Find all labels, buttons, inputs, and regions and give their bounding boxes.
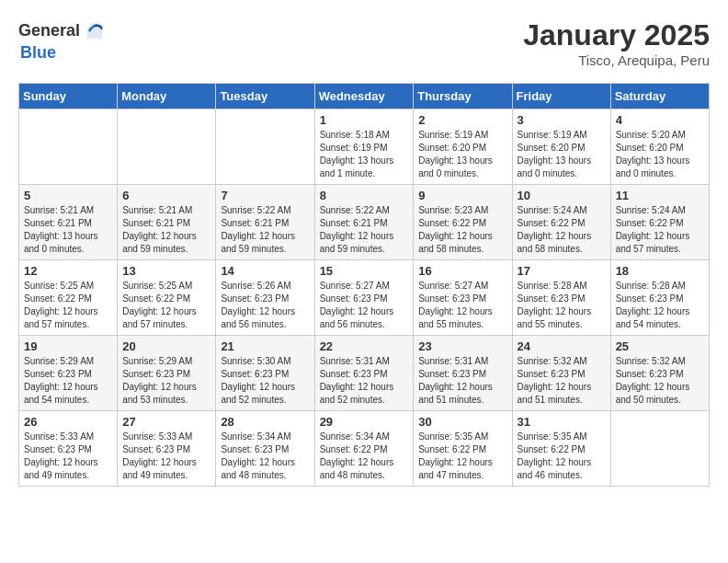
weekday-header: Tuesday xyxy=(216,84,314,109)
calendar-cell: 1Sunrise: 5:18 AM Sunset: 6:19 PM Daylig… xyxy=(314,109,414,185)
calendar-cell: 6Sunrise: 5:21 AM Sunset: 6:21 PM Daylig… xyxy=(118,185,216,260)
calendar-cell: 13Sunrise: 5:25 AM Sunset: 6:22 PM Dayli… xyxy=(118,260,216,336)
day-info: Sunrise: 5:24 AM Sunset: 6:22 PM Dayligh… xyxy=(616,204,704,256)
day-info: Sunrise: 5:23 AM Sunset: 6:22 PM Dayligh… xyxy=(418,204,506,256)
calendar-cell: 22Sunrise: 5:31 AM Sunset: 6:23 PM Dayli… xyxy=(314,336,414,411)
day-info: Sunrise: 5:33 AM Sunset: 6:23 PM Dayligh… xyxy=(122,431,210,482)
logo-icon xyxy=(82,18,108,44)
day-info: Sunrise: 5:34 AM Sunset: 6:22 PM Dayligh… xyxy=(320,431,409,482)
logo: General Blue xyxy=(18,18,108,63)
calendar-cell: 5Sunrise: 5:21 AM Sunset: 6:21 PM Daylig… xyxy=(19,185,118,260)
title-block: January 2025 Tisco, Arequipa, Peru xyxy=(523,18,710,68)
calendar-table: SundayMondayTuesdayWednesdayThursdayFrid… xyxy=(18,83,710,487)
day-info: Sunrise: 5:30 AM Sunset: 6:23 PM Dayligh… xyxy=(221,355,309,407)
day-number: 21 xyxy=(221,339,309,353)
day-number: 18 xyxy=(616,264,704,278)
day-number: 30 xyxy=(418,415,506,429)
calendar-cell: 25Sunrise: 5:32 AM Sunset: 6:23 PM Dayli… xyxy=(610,336,709,411)
day-number: 7 xyxy=(221,189,309,202)
calendar-cell: 2Sunrise: 5:19 AM Sunset: 6:20 PM Daylig… xyxy=(414,109,512,185)
day-number: 27 xyxy=(122,415,210,429)
calendar-cell xyxy=(610,411,709,487)
day-info: Sunrise: 5:28 AM Sunset: 6:23 PM Dayligh… xyxy=(616,280,704,331)
calendar-cell: 4Sunrise: 5:20 AM Sunset: 6:20 PM Daylig… xyxy=(610,109,709,185)
calendar-cell: 18Sunrise: 5:28 AM Sunset: 6:23 PM Dayli… xyxy=(610,260,709,336)
day-number: 12 xyxy=(24,264,112,278)
logo-text-general: General xyxy=(18,22,80,40)
weekday-header: Saturday xyxy=(610,84,709,109)
day-info: Sunrise: 5:18 AM Sunset: 6:19 PM Dayligh… xyxy=(320,129,409,180)
page-header: General Blue January 2025 Tisco, Arequip… xyxy=(18,18,710,68)
day-number: 9 xyxy=(418,189,506,202)
calendar-cell: 10Sunrise: 5:24 AM Sunset: 6:22 PM Dayli… xyxy=(512,185,610,260)
day-number: 25 xyxy=(616,339,704,353)
day-number: 8 xyxy=(320,189,409,202)
day-number: 4 xyxy=(616,113,704,127)
calendar-cell: 30Sunrise: 5:35 AM Sunset: 6:22 PM Dayli… xyxy=(414,411,512,487)
day-info: Sunrise: 5:22 AM Sunset: 6:21 PM Dayligh… xyxy=(221,204,309,256)
weekday-header: Monday xyxy=(118,84,216,109)
location-subtitle: Tisco, Arequipa, Peru xyxy=(523,52,710,68)
calendar-cell: 15Sunrise: 5:27 AM Sunset: 6:23 PM Dayli… xyxy=(314,260,414,336)
day-number: 3 xyxy=(518,113,606,127)
day-info: Sunrise: 5:19 AM Sunset: 6:20 PM Dayligh… xyxy=(418,129,506,180)
calendar-cell: 14Sunrise: 5:26 AM Sunset: 6:23 PM Dayli… xyxy=(216,260,314,336)
calendar-cell xyxy=(118,109,216,185)
weekday-header: Thursday xyxy=(414,84,512,109)
day-number: 17 xyxy=(518,264,606,278)
calendar-cell: 23Sunrise: 5:31 AM Sunset: 6:23 PM Dayli… xyxy=(414,336,512,411)
day-info: Sunrise: 5:21 AM Sunset: 6:21 PM Dayligh… xyxy=(122,204,210,256)
weekday-header: Wednesday xyxy=(314,84,414,109)
day-info: Sunrise: 5:33 AM Sunset: 6:23 PM Dayligh… xyxy=(24,431,112,482)
day-info: Sunrise: 5:31 AM Sunset: 6:23 PM Dayligh… xyxy=(418,355,506,407)
calendar-cell: 7Sunrise: 5:22 AM Sunset: 6:21 PM Daylig… xyxy=(216,185,314,260)
day-info: Sunrise: 5:24 AM Sunset: 6:22 PM Dayligh… xyxy=(518,204,606,256)
day-number: 16 xyxy=(418,264,506,278)
calendar-week-row: 26Sunrise: 5:33 AM Sunset: 6:23 PM Dayli… xyxy=(19,411,710,487)
day-number: 6 xyxy=(122,189,210,202)
day-info: Sunrise: 5:22 AM Sunset: 6:21 PM Dayligh… xyxy=(320,204,409,256)
day-info: Sunrise: 5:27 AM Sunset: 6:23 PM Dayligh… xyxy=(320,280,409,331)
day-number: 14 xyxy=(221,264,309,278)
calendar-cell: 11Sunrise: 5:24 AM Sunset: 6:22 PM Dayli… xyxy=(610,185,709,260)
day-info: Sunrise: 5:29 AM Sunset: 6:23 PM Dayligh… xyxy=(122,355,210,407)
day-number: 11 xyxy=(616,189,704,202)
weekday-header: Sunday xyxy=(19,84,118,109)
logo-text-blue: Blue xyxy=(20,44,108,63)
calendar-cell: 26Sunrise: 5:33 AM Sunset: 6:23 PM Dayli… xyxy=(19,411,118,487)
calendar-cell: 12Sunrise: 5:25 AM Sunset: 6:22 PM Dayli… xyxy=(19,260,118,336)
calendar-week-row: 5Sunrise: 5:21 AM Sunset: 6:21 PM Daylig… xyxy=(19,185,710,260)
calendar-cell xyxy=(19,109,118,185)
day-info: Sunrise: 5:21 AM Sunset: 6:21 PM Dayligh… xyxy=(24,204,112,256)
calendar-cell xyxy=(216,109,314,185)
day-number: 19 xyxy=(24,339,112,353)
day-info: Sunrise: 5:29 AM Sunset: 6:23 PM Dayligh… xyxy=(24,355,112,407)
calendar-cell: 9Sunrise: 5:23 AM Sunset: 6:22 PM Daylig… xyxy=(414,185,512,260)
day-info: Sunrise: 5:19 AM Sunset: 6:20 PM Dayligh… xyxy=(518,129,606,180)
day-info: Sunrise: 5:20 AM Sunset: 6:20 PM Dayligh… xyxy=(616,129,704,180)
calendar-cell: 27Sunrise: 5:33 AM Sunset: 6:23 PM Dayli… xyxy=(118,411,216,487)
day-number: 24 xyxy=(518,339,606,353)
day-number: 20 xyxy=(122,339,210,353)
calendar-cell: 8Sunrise: 5:22 AM Sunset: 6:21 PM Daylig… xyxy=(314,185,414,260)
day-number: 13 xyxy=(122,264,210,278)
day-info: Sunrise: 5:31 AM Sunset: 6:23 PM Dayligh… xyxy=(320,355,409,407)
calendar-cell: 20Sunrise: 5:29 AM Sunset: 6:23 PM Dayli… xyxy=(118,336,216,411)
day-number: 2 xyxy=(418,113,506,127)
calendar-cell: 3Sunrise: 5:19 AM Sunset: 6:20 PM Daylig… xyxy=(512,109,610,185)
day-number: 15 xyxy=(320,264,409,278)
day-info: Sunrise: 5:25 AM Sunset: 6:22 PM Dayligh… xyxy=(122,280,210,331)
calendar-week-row: 1Sunrise: 5:18 AM Sunset: 6:19 PM Daylig… xyxy=(19,109,710,185)
calendar-cell: 29Sunrise: 5:34 AM Sunset: 6:22 PM Dayli… xyxy=(314,411,414,487)
day-number: 22 xyxy=(320,339,409,353)
day-number: 10 xyxy=(518,189,606,202)
day-info: Sunrise: 5:32 AM Sunset: 6:23 PM Dayligh… xyxy=(616,355,704,407)
calendar-cell: 31Sunrise: 5:35 AM Sunset: 6:22 PM Dayli… xyxy=(512,411,610,487)
calendar-cell: 21Sunrise: 5:30 AM Sunset: 6:23 PM Dayli… xyxy=(216,336,314,411)
weekday-header: Friday xyxy=(512,84,610,109)
day-number: 1 xyxy=(320,113,409,127)
day-info: Sunrise: 5:25 AM Sunset: 6:22 PM Dayligh… xyxy=(24,280,112,331)
calendar-week-row: 12Sunrise: 5:25 AM Sunset: 6:22 PM Dayli… xyxy=(19,260,710,336)
day-info: Sunrise: 5:34 AM Sunset: 6:23 PM Dayligh… xyxy=(221,431,309,482)
day-info: Sunrise: 5:35 AM Sunset: 6:22 PM Dayligh… xyxy=(518,431,606,482)
